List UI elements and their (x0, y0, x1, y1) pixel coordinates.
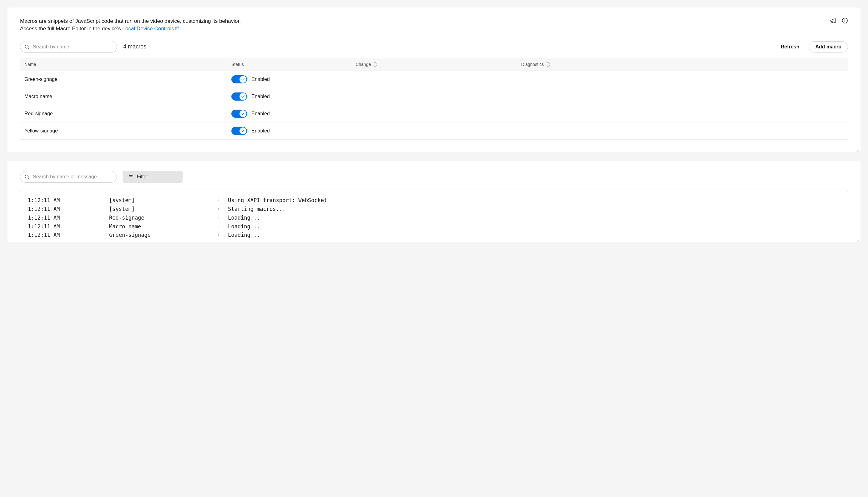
add-macro-button[interactable]: Add macro (809, 41, 848, 53)
col-name: Name (20, 58, 227, 71)
chevron-right-icon (217, 215, 220, 221)
log-search-box[interactable] (20, 171, 117, 183)
chevron-right-icon (217, 206, 220, 212)
macro-name-cell: Green-signage (20, 71, 227, 88)
log-row[interactable]: 1:12:11 AM [system] Starting macros... (28, 205, 840, 214)
log-message: Loading... (228, 223, 840, 230)
log-row[interactable]: 1:12:11 AM Green-signage Loading... (28, 231, 840, 240)
col-change: Changei (351, 58, 517, 71)
filter-icon (128, 174, 133, 179)
external-link-icon (175, 25, 179, 33)
enable-toggle[interactable] (231, 93, 247, 101)
chevron-right-icon (217, 232, 220, 238)
check-icon (239, 93, 246, 100)
svg-line-10 (28, 178, 29, 179)
macros-toolbar: 4 macros Refresh Add macro (20, 41, 848, 53)
table-row[interactable]: Green-signage Enabled (20, 71, 848, 88)
resize-handle-icon[interactable] (855, 237, 860, 241)
search-icon (24, 174, 30, 180)
log-time: 1:12:11 AM (28, 214, 109, 222)
resize-handle-icon[interactable] (855, 147, 860, 152)
status-label: Enabled (251, 127, 270, 134)
announcement-icon[interactable] (830, 17, 836, 24)
svg-point-3 (845, 19, 845, 19)
log-source: Macro name (109, 223, 209, 230)
enable-toggle[interactable] (231, 75, 247, 83)
macro-name-cell: Red-signage (20, 105, 227, 123)
macros-description: Macros are snippets of JavaScript code t… (20, 17, 241, 33)
col-diagnostics: Diagnosticsi (517, 58, 848, 71)
macro-name-cell: Yellow-signage (20, 123, 227, 140)
log-time: 1:12:11 AM (28, 197, 109, 204)
log-source: Green-signage (109, 231, 209, 239)
log-source: [system] (109, 205, 209, 213)
svg-line-8 (859, 151, 859, 152)
log-row[interactable]: 1:12:11 AM Red-signage Loading... (28, 214, 840, 223)
info-icon[interactable]: i (546, 62, 550, 67)
log-toolbar: Filter (20, 171, 848, 183)
log-message: Using XAPI transport: WebSocket (228, 197, 840, 204)
check-icon (239, 76, 246, 83)
macro-name-cell: Macro name (20, 88, 227, 105)
svg-line-5 (28, 48, 29, 49)
description-line1: Macros are snippets of JavaScript code t… (20, 18, 241, 24)
log-message: Starting macros... (228, 205, 840, 213)
macro-count: 4 macros (123, 43, 146, 51)
log-message: Loading... (228, 214, 840, 222)
refresh-button[interactable]: Refresh (777, 42, 803, 52)
table-row[interactable]: Red-signage Enabled (20, 105, 848, 123)
log-message: Loading... (228, 231, 840, 239)
log-row[interactable]: 1:12:11 AM Macro name Loading... (28, 223, 840, 231)
log-box: 1:12:11 AM [system] Using XAPI transport… (20, 189, 848, 242)
log-time: 1:12:11 AM (28, 231, 109, 239)
log-time: 1:12:11 AM (28, 205, 109, 213)
log-source: Red-signage (109, 214, 209, 222)
chevron-right-icon (217, 224, 220, 230)
log-source: [system] (109, 197, 209, 204)
status-label: Enabled (251, 93, 270, 100)
status-label: Enabled (251, 110, 270, 117)
col-status: Status (227, 58, 351, 71)
search-box[interactable] (20, 41, 117, 53)
check-icon (239, 110, 246, 117)
log-time: 1:12:11 AM (28, 223, 109, 230)
chevron-right-icon (217, 197, 220, 204)
check-icon (239, 127, 246, 134)
search-icon (24, 44, 30, 50)
search-input[interactable] (33, 44, 112, 50)
svg-line-0 (177, 27, 179, 29)
description-line2-prefix: Access the full Macro Editor in the devi… (20, 26, 122, 31)
local-device-controls-link[interactable]: Local Device Controls (122, 26, 179, 31)
log-search-input[interactable] (33, 174, 112, 180)
table-row[interactable]: Macro name Enabled (20, 88, 848, 105)
log-row[interactable]: 1:12:11 AM [system] Using XAPI transport… (28, 196, 840, 205)
macros-table: Name Status Changei Diagnosticsi Green-s… (20, 58, 848, 140)
enable-toggle[interactable] (231, 110, 247, 118)
svg-line-16 (859, 241, 859, 241)
info-icon[interactable] (842, 17, 848, 24)
table-row[interactable]: Yellow-signage Enabled (20, 123, 848, 140)
filter-button[interactable]: Filter (123, 171, 183, 183)
status-label: Enabled (251, 76, 270, 83)
log-card: Filter 1:12:11 AM [system] Using XAPI tr… (8, 161, 860, 242)
macros-card: Macros are snippets of JavaScript code t… (8, 8, 860, 152)
enable-toggle[interactable] (231, 127, 247, 135)
info-icon[interactable]: i (373, 62, 377, 67)
